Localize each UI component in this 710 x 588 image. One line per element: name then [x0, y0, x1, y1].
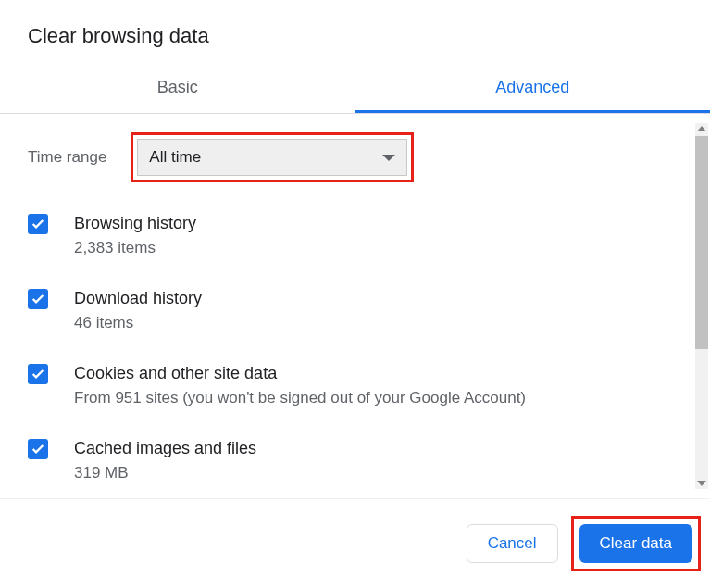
scroll-up-icon[interactable] — [697, 126, 706, 131]
option-sub: 2,383 items — [74, 237, 196, 259]
checkbox-browsing-history[interactable] — [28, 214, 48, 234]
option-sub: 46 items — [74, 312, 202, 334]
option-cookies: Cookies and other site data From 951 sit… — [28, 355, 682, 430]
option-label: Cached images and files — [74, 437, 256, 460]
option-sub: From 951 sites (you won't be signed out … — [74, 387, 526, 409]
options-scroll-area: Time range All time Browsing history 2,3… — [0, 114, 710, 498]
highlight-clear-button: Clear data — [571, 516, 701, 571]
option-text: Cached images and files 319 MB — [74, 437, 256, 484]
option-browsing-history: Browsing history 2,383 items — [28, 205, 682, 280]
checkbox-cache[interactable] — [28, 439, 48, 459]
checkmark-icon — [31, 292, 45, 307]
dialog-footer: Cancel Clear data — [0, 498, 710, 588]
option-cache: Cached images and files 319 MB — [28, 430, 682, 498]
checkbox-cookies[interactable] — [28, 364, 48, 384]
scroll-down-icon[interactable] — [697, 481, 706, 486]
option-sub: 319 MB — [74, 462, 256, 484]
dropdown-arrow-icon — [382, 155, 395, 161]
option-text: Download history 46 items — [74, 287, 202, 334]
scrollbar[interactable] — [695, 123, 708, 489]
option-label: Download history — [74, 287, 202, 310]
tab-advanced[interactable]: Advanced — [355, 65, 711, 113]
option-download-history: Download history 46 items — [28, 280, 682, 355]
checkbox-download-history[interactable] — [28, 289, 48, 309]
option-text: Browsing history 2,383 items — [74, 212, 196, 259]
checkmark-icon — [31, 367, 45, 382]
checkmark-icon — [31, 442, 45, 457]
option-label: Browsing history — [74, 212, 196, 235]
time-range-select[interactable]: All time — [137, 139, 407, 176]
checkmark-icon — [31, 217, 45, 231]
clear-browsing-data-dialog: Clear browsing data Basic Advanced Time … — [0, 0, 710, 588]
highlight-time-range: All time — [131, 132, 414, 182]
dialog-title: Clear browsing data — [0, 0, 710, 65]
clear-data-button[interactable]: Clear data — [579, 524, 692, 563]
time-range-label: Time range — [28, 148, 106, 167]
option-text: Cookies and other site data From 951 sit… — [74, 362, 526, 409]
cancel-button[interactable]: Cancel — [467, 524, 558, 563]
tabs: Basic Advanced — [0, 65, 710, 114]
time-range-value: All time — [149, 148, 201, 167]
tab-basic[interactable]: Basic — [0, 65, 355, 113]
time-range-row: Time range All time — [28, 114, 682, 205]
option-label: Cookies and other site data — [74, 362, 526, 385]
scrollbar-thumb[interactable] — [695, 136, 708, 349]
